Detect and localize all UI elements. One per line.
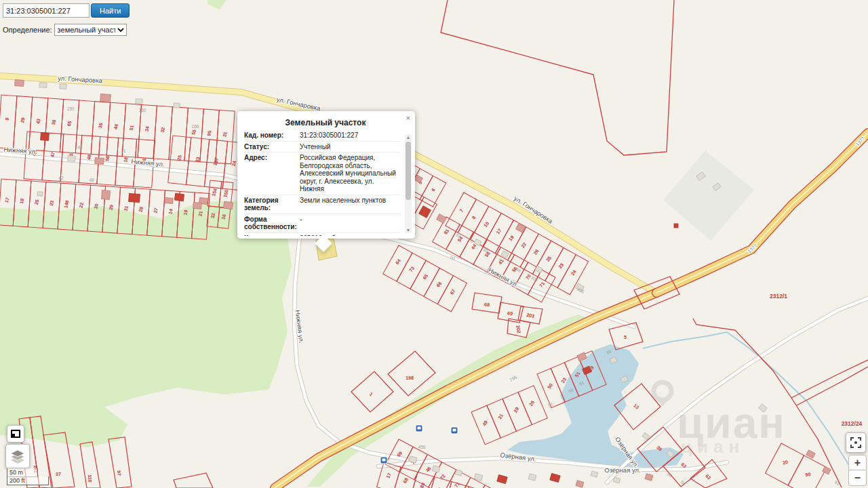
layers-button[interactable] bbox=[5, 444, 30, 468]
building bbox=[15, 80, 24, 87]
scale-feet: 200 ft bbox=[7, 476, 49, 485]
popup-row-label: Категория земель: bbox=[244, 197, 300, 212]
building bbox=[193, 203, 202, 209]
scroll-up-icon[interactable]: ▲ bbox=[405, 134, 412, 140]
house-number: 456 bbox=[418, 445, 426, 449]
parcel-number: 69 bbox=[507, 310, 513, 316]
definition-label: Определение: bbox=[3, 26, 52, 34]
svg-text:циан: циан bbox=[681, 436, 745, 457]
house-number: 45 bbox=[77, 145, 83, 150]
parcel-number: 68 bbox=[484, 302, 490, 307]
building bbox=[39, 83, 47, 88]
popup-row: Категория земель:Земли населенных пункто… bbox=[244, 195, 400, 214]
scroll-down-icon[interactable]: ▼ bbox=[405, 227, 412, 233]
close-icon[interactable]: × bbox=[406, 115, 410, 121]
parcel-number: 37 bbox=[56, 472, 61, 476]
zoom-in-button[interactable]: + bbox=[848, 455, 867, 470]
building bbox=[102, 190, 111, 200]
popup-row-value: Учтенный bbox=[300, 143, 400, 151]
popup-title: Земельный участок bbox=[244, 117, 407, 131]
building bbox=[37, 192, 43, 197]
building bbox=[95, 158, 104, 165]
quarter-number: 2312/1 bbox=[770, 293, 787, 300]
parcel-number: 97 bbox=[117, 470, 122, 476]
popup-row: Форма собственности:- bbox=[244, 214, 400, 232]
popup-row: Статус:Учтенный bbox=[244, 141, 400, 152]
popup-row-label: Кад. номер: bbox=[244, 131, 300, 140]
definition-select[interactable]: земельный участок bbox=[54, 24, 127, 36]
house-number: 42 bbox=[58, 176, 64, 180]
bus-stop-icon[interactable] bbox=[416, 425, 422, 432]
popup-row-value: - bbox=[300, 216, 400, 231]
building bbox=[68, 156, 76, 162]
popup-rows: Кад. номер:31:23:0305001:227Статус:Учтен… bbox=[244, 130, 400, 236]
layers-icon bbox=[9, 449, 26, 464]
house-number: 51 bbox=[121, 148, 126, 153]
map-canvas[interactable]: 8294338653544513432559531454715485618262… bbox=[0, 0, 868, 488]
popup-scrollbar[interactable]: ▲ ▼ bbox=[405, 134, 412, 233]
building bbox=[223, 201, 233, 209]
building bbox=[174, 103, 180, 108]
popup-row-label: Статус: bbox=[244, 143, 300, 151]
popup-row-value: Российская Федерация, Белгородская облас… bbox=[300, 154, 400, 193]
building bbox=[136, 99, 142, 104]
building bbox=[674, 224, 678, 228]
fullscreen-icon bbox=[850, 437, 861, 448]
map-viewport: 8294338653544513432559531454715485618262… bbox=[0, 0, 868, 488]
popup-row: Кад. номер:31:23:0305001:227 bbox=[244, 130, 400, 141]
search-bar: Найти Определение: земельный участок bbox=[3, 3, 130, 36]
building bbox=[129, 193, 140, 202]
zoom-control: + − bbox=[848, 455, 867, 486]
popup-row-value: Земли населенных пунктов bbox=[300, 197, 400, 212]
cadastral-search-input[interactable] bbox=[3, 3, 90, 18]
house-number: 160 bbox=[139, 108, 146, 113]
overview-map-button[interactable] bbox=[7, 425, 24, 443]
parcel-number: 5 bbox=[624, 335, 627, 340]
fullscreen-button[interactable] bbox=[846, 432, 866, 453]
popup-row-label: Кадастровая стоимость: bbox=[244, 235, 300, 237]
building bbox=[41, 133, 50, 141]
building bbox=[100, 94, 111, 102]
house-number: 166 bbox=[192, 124, 199, 129]
popup-row: Кадастровая стоимость:365910 руб bbox=[244, 232, 400, 237]
quarter-number: 2312/24 bbox=[842, 420, 863, 427]
house-number: 48 bbox=[89, 178, 94, 182]
bus-stop-icon[interactable] bbox=[380, 457, 387, 464]
scale-control: 50 m 200 ft bbox=[7, 468, 49, 485]
building bbox=[165, 198, 174, 204]
house-number: 150 bbox=[67, 106, 75, 111]
popup-row-value: 365910 руб bbox=[300, 235, 400, 237]
popup-row-label: Форма собственности: bbox=[244, 216, 300, 231]
popup-row: Адрес:Российская Федерация, Белгородская… bbox=[244, 152, 400, 195]
scrollbar-thumb[interactable] bbox=[406, 142, 411, 200]
zoom-out-button[interactable]: − bbox=[848, 470, 867, 486]
parcel-number: 110 bbox=[87, 474, 93, 483]
building bbox=[60, 84, 66, 89]
building bbox=[174, 193, 184, 201]
bus-stop-icon[interactable] bbox=[451, 427, 458, 434]
popup-row-label: Адрес: bbox=[244, 154, 300, 193]
popup-row-value: 31:23:0305001:227 bbox=[300, 131, 400, 140]
parcel-info-popup: Земельный участок × Кад. номер:31:23:030… bbox=[237, 111, 415, 239]
parcel-number: 198 bbox=[406, 375, 414, 380]
overview-map-icon bbox=[10, 429, 21, 439]
search-button[interactable]: Найти bbox=[91, 3, 130, 18]
